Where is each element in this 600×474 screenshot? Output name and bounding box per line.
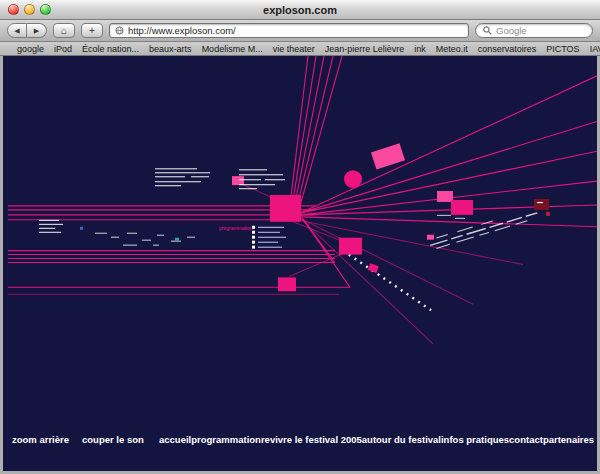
pink-nodes <box>232 143 550 291</box>
toolbar: ◀ ▶ ⌂ + http://www.exploson.com/ Google <box>0 20 600 42</box>
node-circle[interactable] <box>344 170 362 188</box>
bookmark-item[interactable]: École nation... <box>82 44 139 54</box>
node-main-square[interactable] <box>270 195 301 222</box>
bookmark-item[interactable]: vie theater <box>273 44 315 54</box>
node-right-b[interactable] <box>451 200 473 215</box>
titlebar: exploson.com <box>0 0 600 20</box>
mute-sound-control[interactable]: couper le son <box>82 434 144 445</box>
url-text: http://www.exploson.com/ <box>128 25 236 36</box>
browser-window: exploson.com ◀ ▶ ⌂ + http://www.exploson… <box>0 0 600 474</box>
node-tiny-b[interactable] <box>427 235 434 240</box>
add-bookmark-button[interactable]: + <box>81 23 103 38</box>
bookmark-item[interactable]: conservatoires <box>478 44 537 54</box>
close-button[interactable] <box>8 4 19 15</box>
forward-button[interactable]: ▶ <box>27 23 47 38</box>
bookmark-item[interactable]: ink <box>414 44 426 54</box>
bookmark-item[interactable]: iPod <box>54 44 72 54</box>
bookmark-item[interactable]: Jean-pierre Lelièvre <box>325 44 405 54</box>
programmation-label: programmation <box>219 225 253 231</box>
node-red-dot <box>546 212 550 216</box>
node-right-a[interactable] <box>437 191 453 202</box>
fan-lines-top <box>290 56 342 213</box>
nav-programmation[interactable]: programmation <box>191 434 261 445</box>
nav-accueil[interactable]: accueil <box>159 434 191 445</box>
node-mid[interactable] <box>339 238 362 255</box>
nav-contact[interactable]: contact <box>509 434 543 445</box>
nav-revivre-festival[interactable]: revivre le festival 2005 <box>261 434 362 445</box>
node-small-upper[interactable] <box>232 176 244 185</box>
bookmark-item[interactable]: IAV <box>590 44 600 54</box>
zoom-out-control[interactable]: zoom arrière <box>12 434 69 445</box>
node-lower[interactable] <box>278 277 296 291</box>
search-icon <box>483 26 492 35</box>
page-content: programmation <box>0 56 600 474</box>
page-globe-icon <box>115 26 124 35</box>
microtext-left-mid <box>155 168 210 186</box>
nav-infos-pratiques[interactable]: infos pratiques <box>441 434 509 445</box>
flash-visualization: programmation <box>3 56 597 471</box>
search-field[interactable]: Google <box>475 23 593 38</box>
bookmark-item[interactable]: google <box>17 44 44 54</box>
back-button[interactable]: ◀ <box>7 23 27 38</box>
microtext-right-band <box>429 207 539 250</box>
dotted-trail <box>343 251 431 311</box>
nav-partenaires[interactable]: partenaires <box>543 434 594 445</box>
bookmark-item[interactable]: Meteo.it <box>436 44 468 54</box>
home-button[interactable]: ⌂ <box>53 23 75 38</box>
search-placeholder: Google <box>496 25 527 36</box>
bookmark-item[interactable]: beaux-arts <box>149 44 192 54</box>
node-dark-red[interactable] <box>534 199 549 210</box>
microtext-under-right-nodes <box>437 215 465 219</box>
node-tiny-a[interactable] <box>368 263 379 273</box>
window-controls <box>8 4 51 15</box>
address-bar[interactable]: http://www.exploson.com/ <box>109 23 469 38</box>
menu-list <box>252 226 286 249</box>
window-title: exploson.com <box>263 4 337 16</box>
bookmark-item[interactable]: Modelisme M... <box>202 44 263 54</box>
bookmarks-bar: google iPod École nation... beaux-arts M… <box>0 42 600 56</box>
history-buttons: ◀ ▶ <box>7 23 47 38</box>
zoom-window-button[interactable] <box>40 4 51 15</box>
viewer-controls: zoom arrière couper le son <box>12 434 144 445</box>
bookmark-item[interactable]: PICTOS <box>546 44 579 54</box>
minimize-button[interactable] <box>24 4 35 15</box>
site-navigation: accueil programmation revivre le festiva… <box>159 434 589 445</box>
fan-lines-right <box>301 76 597 227</box>
node-rotated[interactable] <box>371 143 405 169</box>
microtext-bottom-left <box>80 227 195 246</box>
nav-autour-festival[interactable]: autour du festival <box>362 434 441 445</box>
dark-red-detail <box>537 202 543 203</box>
microtext-far-left <box>39 220 63 233</box>
